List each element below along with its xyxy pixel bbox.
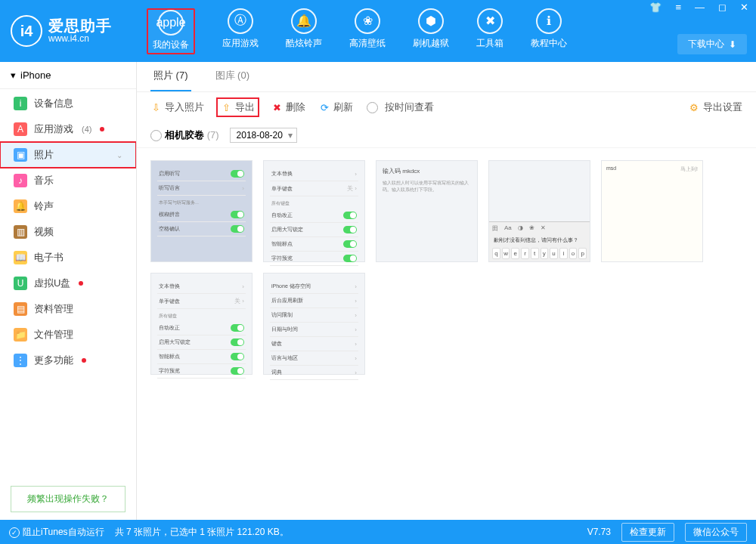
bell-icon: 🔔 xyxy=(291,8,317,34)
itunes-block[interactable]: ✓阻止iTunes自动运行 xyxy=(9,526,104,539)
device-selector[interactable]: ▾ iPhone xyxy=(0,62,136,89)
wechat-button[interactable]: 微信公众号 xyxy=(685,523,747,542)
delete-button[interactable]: ✖删除 xyxy=(271,100,305,114)
header-tab-应用游戏[interactable]: Ⓐ应用游戏 xyxy=(222,8,259,54)
sidebar-item-应用游戏[interactable]: A应用游戏(4) xyxy=(0,116,136,142)
sidebar-item-虚拟U盘[interactable]: U虚拟U盘 xyxy=(0,270,136,296)
sub-tab-照片[interactable]: 照片 (7) xyxy=(150,61,191,91)
sidebar-icon: ▤ xyxy=(14,302,27,316)
sidebar-icon: i xyxy=(14,97,27,110)
sidebar-item-照片[interactable]: ▣照片⌄ xyxy=(0,142,136,168)
photo-thumb[interactable]: iPhone 储存空间›后台应用刷新›访问限制›日期与时间›键盘›语言与地区›词… xyxy=(263,273,365,375)
photo-thumb[interactable]: msd马上到! xyxy=(601,160,703,262)
sub-tabs: 照片 (7)图库 (0) xyxy=(137,62,756,92)
notification-dot xyxy=(82,358,86,363)
main-panel: 照片 (7)图库 (0) ⇩导入照片 ⇧导出 ✖删除 ⟳刷新 按时间查看 ⚙导出… xyxy=(137,62,756,520)
status-bar: ✓阻止iTunes自动运行 共 7 张照片，已选中 1 张照片 121.20 K… xyxy=(0,520,756,544)
notification-dot xyxy=(100,127,104,131)
refresh-icon: ⟳ xyxy=(319,102,330,113)
wrench-icon: ✖ xyxy=(477,8,503,34)
export-button[interactable]: ⇧导出 xyxy=(218,99,258,116)
brand-site: www.i4.cn xyxy=(48,34,112,44)
maximize-icon[interactable]: ◻ xyxy=(715,2,730,13)
A-icon: Ⓐ xyxy=(228,8,253,34)
i-icon: ℹ xyxy=(536,8,562,34)
photo-thumb[interactable]: 文本替换›单手键盘关 ›所有键盘自动改正启用大写锁定智能标点字符预览 xyxy=(263,160,365,262)
header-tab-工具箱[interactable]: ✖工具箱 xyxy=(476,8,503,54)
brand-name: 爱思助手 xyxy=(48,17,112,34)
sidebar-icon: 📁 xyxy=(14,328,27,342)
sidebar: ▾ iPhone i设备信息A应用游戏(4)▣照片⌄♪音乐🔔铃声▥视频📖电子书U… xyxy=(0,62,137,520)
sidebar-item-音乐[interactable]: ♪音乐 xyxy=(0,168,136,193)
export-icon: ⇧ xyxy=(221,102,231,113)
app-brand: i4 爱思助手 www.i4.cn xyxy=(11,15,112,47)
window-controls: 👕 ≡ — ◻ ✕ xyxy=(646,2,751,13)
sidebar-icon: ♪ xyxy=(14,174,27,187)
radio-icon xyxy=(367,102,378,113)
sidebar-icon: 🔔 xyxy=(14,199,27,213)
flower-icon: ❀ xyxy=(355,8,380,34)
photo-thumb[interactable]: 启用听写听写语言›本手写与听写服务...模糊拼音空格确认 xyxy=(150,160,253,262)
check-icon: ✓ xyxy=(9,527,20,538)
chevron-down-icon: ⌄ xyxy=(116,151,122,159)
notification-dot xyxy=(79,281,83,286)
export-settings-button[interactable]: ⚙导出设置 xyxy=(689,100,742,114)
view-by-time[interactable]: 按时间查看 xyxy=(367,100,434,114)
sub-tab-图库[interactable]: 图库 (0) xyxy=(212,61,253,91)
sidebar-item-设备信息[interactable]: i设备信息 xyxy=(0,91,136,116)
photo-grid: 启用听写听写语言›本手写与听写服务...模糊拼音空格确认文本替换›单手键盘关 ›… xyxy=(137,148,756,520)
chevron-down-icon: ▾ xyxy=(11,70,16,81)
photo-thumb[interactable]: 田Aa◑❀✕歉刚才没看到信息，请问有什么事？qwertyuiop xyxy=(488,160,590,262)
sidebar-icon: U xyxy=(14,277,27,290)
brand-logo-icon: i4 xyxy=(11,15,42,47)
sidebar-item-更多功能[interactable]: ⋮更多功能 xyxy=(0,348,136,373)
refresh-button[interactable]: ⟳刷新 xyxy=(319,100,353,114)
sidebar-icon: 📖 xyxy=(14,251,27,264)
apple-icon: apple xyxy=(158,10,184,36)
close-icon[interactable]: ✕ xyxy=(737,2,751,13)
sidebar-item-资料管理[interactable]: ▤资料管理 xyxy=(0,296,136,322)
sidebar-icon: A xyxy=(14,122,27,136)
header-tab-酷炫铃声[interactable]: 🔔酷炫铃声 xyxy=(286,8,322,54)
sidebar-icon: ▣ xyxy=(14,148,27,162)
app-header: i4 爱思助手 www.i4.cn apple我的设备Ⓐ应用游戏🔔酷炫铃声❀高清… xyxy=(0,0,756,62)
check-update-button[interactable]: 检查更新 xyxy=(621,523,674,542)
sidebar-item-铃声[interactable]: 🔔铃声 xyxy=(0,193,136,219)
status-info: 共 7 张照片，已选中 1 张照片 121.20 KB。 xyxy=(115,526,289,539)
sidebar-item-电子书[interactable]: 📖电子书 xyxy=(0,245,136,270)
sidebar-item-视频[interactable]: ▥视频 xyxy=(0,219,136,245)
gear-icon: ⚙ xyxy=(689,102,699,113)
header-tabs: apple我的设备Ⓐ应用游戏🔔酷炫铃声❀高清壁纸⬢刷机越狱✖工具箱ℹ教程中心 xyxy=(147,8,567,54)
filter-row: 相机胶卷 (7) 2018-08-20 xyxy=(137,122,756,148)
header-tab-刷机越狱[interactable]: ⬢刷机越狱 xyxy=(413,8,449,54)
album-count: (7) xyxy=(207,129,219,141)
header-tab-高清壁纸[interactable]: ❀高清壁纸 xyxy=(349,8,386,54)
sidebar-icon: ⋮ xyxy=(14,354,27,367)
download-icon: ⬇ xyxy=(729,39,736,50)
import-icon: ⇩ xyxy=(150,102,161,113)
sidebar-icon: ▥ xyxy=(14,225,27,239)
download-center-button[interactable]: 下载中心⬇ xyxy=(677,34,747,54)
version-label: V7.73 xyxy=(587,527,611,537)
box-icon: ⬢ xyxy=(418,8,444,34)
minimize-icon[interactable]: — xyxy=(692,2,708,13)
header-tab-我的设备[interactable]: apple我的设备 xyxy=(147,8,195,54)
date-select[interactable]: 2018-08-20 xyxy=(230,128,297,143)
photo-thumb[interactable]: 输入码 mkdcx输入联想人时可以使用手写填写相关的输入码。输入联系统打下字段。 xyxy=(376,160,478,262)
menu-icon[interactable]: ≡ xyxy=(672,2,684,13)
photo-thumb[interactable]: 文本替换›单手键盘关 ›所有键盘自动改正启用大写锁定智能标点字符预览 xyxy=(150,273,253,375)
help-button[interactable]: 频繁出现操作失败？ xyxy=(11,486,125,512)
album-radio[interactable] xyxy=(150,130,162,141)
album-name: 相机胶卷 xyxy=(165,129,204,141)
theme-icon[interactable]: 👕 xyxy=(646,2,665,13)
header-tab-教程中心[interactable]: ℹ教程中心 xyxy=(531,8,567,54)
delete-icon: ✖ xyxy=(271,102,282,113)
import-button[interactable]: ⇩导入照片 xyxy=(150,100,204,114)
sidebar-item-文件管理[interactable]: 📁文件管理 xyxy=(0,322,136,348)
toolbar: ⇩导入照片 ⇧导出 ✖删除 ⟳刷新 按时间查看 ⚙导出设置 xyxy=(137,92,756,122)
